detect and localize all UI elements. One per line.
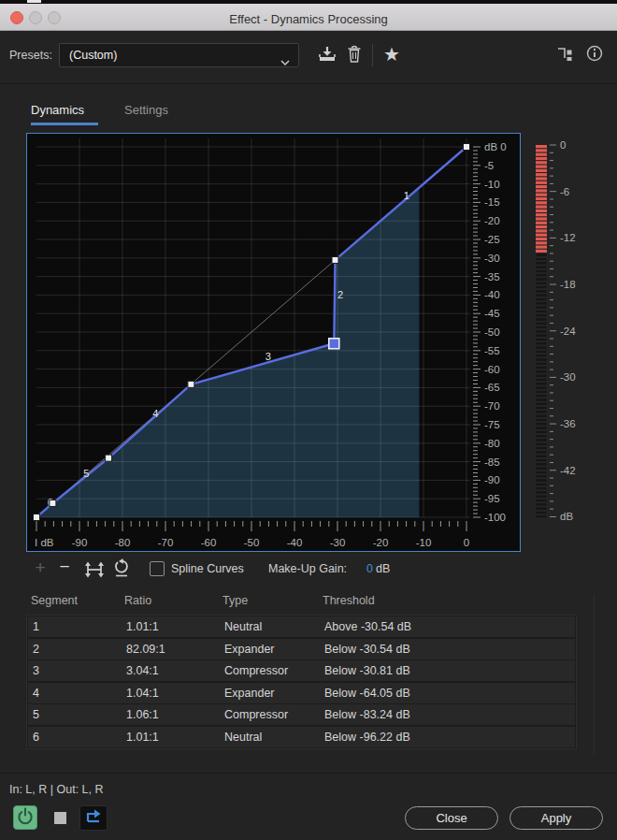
column-header-segment: Segment [31,594,78,607]
curve-point[interactable] [188,381,194,387]
table-cell: 3.04:1 [126,664,159,677]
tab-settings[interactable]: Settings [124,103,168,123]
meter-ticks [550,145,556,516]
table-cell: Below -64.05 dB [324,687,410,700]
column-header-ratio: Ratio [124,594,151,607]
segments-table-header: Segment Ratio Type Threshold [26,594,577,613]
table-cell: Above -30.54 dB [324,620,411,633]
table-cell: 1 [33,620,39,633]
meter-labels: 0-6-12-18-24-30-36-42dB [560,139,576,522]
remove-point-button[interactable]: − [55,557,74,577]
save-preset-button[interactable] [316,44,338,66]
svg-text:-60: -60 [484,364,500,375]
presets-label: Presets: [9,49,52,62]
svg-text:4: 4 [152,408,158,419]
loop-play-icon [84,809,103,828]
stop-button[interactable] [49,810,71,827]
table-cell: 3 [33,664,39,677]
help-button[interactable] [583,44,606,66]
svg-text:-55: -55 [484,345,500,356]
add-point-button[interactable]: + [31,558,50,578]
side-chain-button[interactable] [555,45,576,65]
io-status: In: L, R | Out: L, R [9,783,104,796]
effect-power-button[interactable] [13,805,37,830]
svg-text:-18: -18 [560,279,576,290]
table-cell: Below -30.54 dB [324,643,410,656]
svg-text:-10: -10 [484,179,500,190]
table-cell: Below -83.24 dB [324,708,410,721]
table-row[interactable]: 282.09:1ExpanderBelow -30.54 dB [28,639,575,659]
window-title: Effect - Dynamics Processing [0,12,617,26]
table-cell: 4 [33,687,39,700]
info-icon [585,44,604,66]
curve-point-selected[interactable] [329,339,339,349]
table-cell: Compressor [224,708,288,721]
curve-point[interactable] [106,455,112,461]
invert-button[interactable] [82,561,107,578]
table-cell: 6 [33,731,39,744]
makeup-gain-number[interactable]: 0 [366,562,373,575]
table-row[interactable]: 61.01:1NeutralBelow -96.22 dB [28,727,575,747]
svg-text:-5: -5 [484,160,494,171]
table-row[interactable]: 33.04:1CompressorBelow -30.81 dB [28,660,575,681]
trash-icon [346,44,363,67]
delete-preset-button[interactable] [343,43,366,67]
svg-text:-6: -6 [560,186,569,197]
makeup-gain-unit: dB [376,562,390,575]
column-header-threshold: Threshold [323,594,375,607]
makeup-gain-value[interactable]: 0dB [366,562,390,575]
table-cell: 1.01:1 [126,620,159,633]
table-cell: 5 [33,708,39,721]
meter-leds [536,145,547,518]
dynamics-graph[interactable]: -90-80-70-60-50-40-30-20-100I dBdB 0-5-1… [26,133,521,552]
svg-text:-90: -90 [72,537,88,548]
svg-text:-40: -40 [484,289,500,300]
tab-dynamics[interactable]: Dynamics [31,103,84,123]
table-cell: Below -30.81 dB [324,664,410,677]
toolbar-divider [372,44,373,66]
svg-text:-20: -20 [373,537,389,548]
svg-text:-30: -30 [330,537,346,548]
close-button[interactable]: Close [405,806,498,830]
makeup-gain-label: Make-Up Gain: [268,562,347,575]
apply-button[interactable]: Apply [509,806,603,830]
spline-curves-checkbox[interactable] [150,561,165,576]
table-cell: Below -96.22 dB [324,731,410,744]
table-row[interactable]: 41.04:1ExpanderBelow -64.05 dB [28,683,575,703]
preset-dropdown-value: (Custom) [69,49,117,62]
svg-text:dB 0: dB 0 [484,141,507,152]
svg-text:-95: -95 [484,493,500,504]
curve-point[interactable] [34,514,40,521]
svg-text:-42: -42 [560,465,576,476]
svg-text:-20: -20 [484,215,500,226]
separator [0,83,617,84]
svg-text:2: 2 [337,289,343,300]
svg-text:-15: -15 [484,196,500,208]
curve-point[interactable] [332,256,338,263]
table-cell: 82.09:1 [126,643,165,656]
power-icon [16,806,35,829]
routing-icon [556,45,575,65]
curve-point[interactable] [464,144,470,151]
svg-text:0: 0 [560,139,566,151]
reset-icon [112,564,131,580]
table-row[interactable]: 11.01:1NeutralAbove -30.54 dB [28,616,575,637]
curve-point[interactable] [50,500,56,506]
svg-text:-10: -10 [416,537,432,548]
svg-text:-12: -12 [560,232,576,243]
favorite-button[interactable]: ★ [380,41,404,67]
column-header-type: Type [222,594,248,607]
table-row[interactable]: 51.06:1CompressorBelow -83.24 dB [28,704,575,725]
svg-text:-25: -25 [484,234,500,245]
preset-dropdown[interactable]: (Custom) [59,43,299,67]
table-cell: 1.01:1 [126,731,159,744]
invert-arrows-icon [82,565,107,581]
x-axis-labels: -90-80-70-60-50-40-30-20-100I dB [35,537,469,548]
table-scrollbar-track[interactable] [594,596,595,755]
svg-text:-80: -80 [115,537,131,548]
titlebar[interactable]: Effect - Dynamics Processing [0,4,617,31]
reset-button[interactable] [112,558,131,577]
svg-text:1: 1 [404,190,409,201]
loop-playback-button[interactable] [79,805,108,831]
star-icon: ★ [383,44,400,65]
